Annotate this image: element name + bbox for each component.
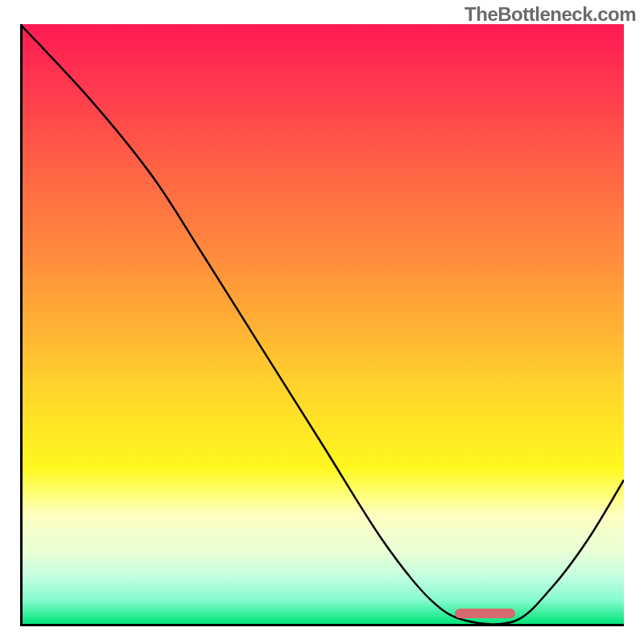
- attribution-text: TheBottleneck.com: [464, 3, 636, 26]
- optimum-range-marker: [455, 609, 515, 618]
- y-axis: [20, 24, 23, 624]
- chart-container: TheBottleneck.com: [0, 0, 644, 644]
- x-axis: [20, 624, 624, 626]
- plot-gradient-area: [20, 24, 624, 624]
